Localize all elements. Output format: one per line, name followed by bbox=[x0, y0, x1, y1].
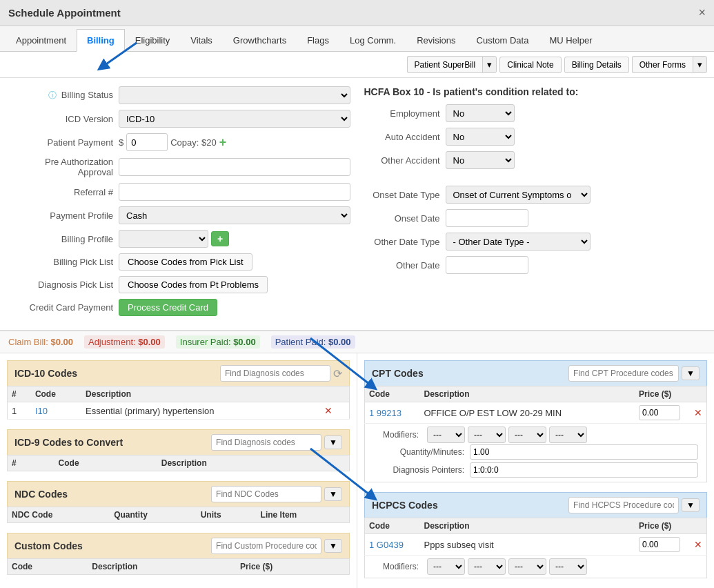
hcpcs-search: ▼ bbox=[568, 497, 700, 513]
diagnosis-pick-list-row: Diagnosis Pick List Choose Codes from Pt… bbox=[8, 276, 350, 293]
employment-select[interactable]: No bbox=[446, 104, 515, 122]
cpt-modifiers-row: Modifiers: --- --- --- --- bbox=[369, 427, 702, 443]
icd10-col-num: # bbox=[8, 386, 31, 402]
clinical-note-button[interactable]: Clinical Note bbox=[499, 57, 561, 73]
process-credit-card-button[interactable]: Process Credit Card bbox=[119, 299, 217, 316]
billing-profile-add-button[interactable]: + bbox=[211, 231, 229, 246]
cpt-modifier-4[interactable]: --- bbox=[549, 427, 587, 443]
referral-row: Referral # bbox=[8, 183, 350, 201]
icd10-delete[interactable]: ✕ bbox=[320, 402, 350, 420]
hcpcs-col-del bbox=[690, 518, 707, 534]
help-icon[interactable]: ⓘ bbox=[48, 90, 57, 100]
tab-revisions[interactable]: Revisions bbox=[406, 29, 466, 51]
other-accident-select[interactable]: No bbox=[446, 151, 515, 169]
custom-search-arrow[interactable]: ▼ bbox=[324, 539, 342, 553]
diagnosis-pick-list-button[interactable]: Choose Codes from Pt Problems bbox=[119, 276, 268, 293]
cpt-search-input[interactable] bbox=[568, 365, 679, 382]
adjustment: Adjustment: $0.00 bbox=[84, 335, 165, 349]
hcpcs-num-code[interactable]: 1 G0439 bbox=[365, 534, 420, 556]
tab-logcomm[interactable]: Log Comm. bbox=[339, 29, 406, 51]
cpt-row: 1 99213 OFFICE O/P EST LOW 20-29 MIN ✕ bbox=[365, 402, 707, 424]
cpt-num-code[interactable]: 1 99213 bbox=[365, 402, 420, 424]
right-codes: CPT Codes ▼ Code Description Price ($) bbox=[357, 353, 714, 588]
copay-label: Copay: $20 bbox=[170, 137, 217, 148]
tab-vitals[interactable]: Vitals bbox=[180, 29, 223, 51]
tab-flags[interactable]: Flags bbox=[297, 29, 339, 51]
tab-billing[interactable]: Billing bbox=[77, 29, 125, 52]
patient-payment-row: Patient Payment $ Copay: $20 + bbox=[8, 133, 350, 151]
hcpcs-col-code: Code bbox=[365, 518, 420, 534]
hcpcs-section: HCPCS Codes ▼ Code Description Price ($) bbox=[364, 492, 707, 578]
close-button[interactable]: × bbox=[698, 6, 706, 20]
custom-col-code: Code bbox=[8, 559, 88, 575]
cpt-delete[interactable]: ✕ bbox=[690, 402, 707, 424]
cpt-search-arrow[interactable]: ▼ bbox=[682, 366, 700, 380]
icd10-search-input[interactable] bbox=[220, 365, 330, 382]
cpt-table: Code Description Price ($) 1 99213 OFFIC… bbox=[364, 386, 707, 424]
patient-superbill-button[interactable]: Patient SuperBill bbox=[407, 56, 483, 73]
hcpcs-modifier-2[interactable]: --- bbox=[468, 558, 506, 575]
copay-add-button[interactable]: + bbox=[219, 135, 227, 150]
other-date-input[interactable] bbox=[446, 256, 528, 274]
billing-status-select[interactable] bbox=[119, 86, 350, 104]
hcpcs-col-price: Price ($) bbox=[635, 518, 690, 534]
hcpcs-search-arrow[interactable]: ▼ bbox=[682, 498, 700, 512]
billing-profile-select[interactable] bbox=[119, 230, 208, 248]
icd-version-row: ICD Version ICD-10 bbox=[8, 110, 350, 128]
billing-pick-list-button[interactable]: Choose Codes from Pick List bbox=[119, 253, 252, 271]
hcpcs-modifier-3[interactable]: --- bbox=[508, 558, 546, 575]
icd9-search-input[interactable] bbox=[211, 434, 321, 451]
ndc-search-input[interactable] bbox=[211, 486, 321, 502]
other-forms-button[interactable]: Other Forms bbox=[632, 56, 693, 73]
payment-profile-row: Payment Profile Cash bbox=[8, 206, 350, 224]
employment-row: Employment No bbox=[364, 104, 706, 122]
icd10-table: # Code Description 1 I10 Essential (prim… bbox=[7, 386, 350, 420]
cpt-col-desc: Description bbox=[420, 386, 635, 402]
cpt-qty-row: Quantity/Minutes: bbox=[369, 443, 702, 461]
onset-date-type-row: Onset Date Type Onset of Current Symptom… bbox=[364, 186, 706, 204]
pre-auth-row: Pre Authorization Approval bbox=[8, 157, 350, 177]
cpt-modifier-2[interactable]: --- bbox=[468, 427, 506, 443]
other-date-type-select[interactable]: - Other Date Type - bbox=[446, 233, 591, 251]
tab-customdata[interactable]: Custom Data bbox=[466, 29, 539, 51]
cpt-search: ▼ bbox=[568, 365, 700, 382]
icd9-search-arrow[interactable]: ▼ bbox=[324, 435, 342, 449]
hcpcs-search-input[interactable] bbox=[568, 497, 679, 513]
patient-payment-input[interactable] bbox=[126, 133, 168, 151]
modal-title: Schedule Appointment bbox=[8, 7, 121, 19]
cpt-col-code: Code bbox=[365, 386, 420, 402]
onset-date-input[interactable] bbox=[446, 209, 528, 227]
icd10-code[interactable]: I10 bbox=[31, 402, 81, 420]
auto-accident-row: Auto Accident No bbox=[364, 128, 706, 146]
payment-profile-select[interactable]: Cash bbox=[119, 206, 350, 224]
cpt-qty-input[interactable] bbox=[470, 444, 698, 460]
hcpcs-modifier-1[interactable]: --- bbox=[427, 558, 465, 575]
auto-accident-select[interactable]: No bbox=[446, 128, 515, 146]
patient-superbill-arrow[interactable]: ▾ bbox=[482, 56, 497, 73]
custom-search-input[interactable] bbox=[211, 538, 321, 554]
hcpcs-delete[interactable]: ✕ bbox=[690, 534, 707, 556]
onset-date-type-select[interactable]: Onset of Current Symptoms o bbox=[446, 186, 591, 204]
other-forms-arrow[interactable]: ▾ bbox=[693, 56, 707, 73]
pre-auth-input[interactable] bbox=[119, 158, 350, 176]
referral-input[interactable] bbox=[119, 183, 350, 201]
custom-header: Custom Codes ▼ bbox=[7, 533, 350, 558]
hcpcs-price[interactable] bbox=[635, 534, 690, 556]
cpt-modifier-3[interactable]: --- bbox=[508, 427, 546, 443]
icd10-col-desc: Description bbox=[81, 386, 320, 402]
billing-details-button[interactable]: Billing Details bbox=[564, 57, 629, 73]
icd-version-label: ICD Version bbox=[8, 114, 119, 124]
tab-muhelper[interactable]: MU Helper bbox=[539, 29, 602, 51]
tab-growthcharts[interactable]: Growthcharts bbox=[223, 29, 297, 51]
ndc-search-arrow[interactable]: ▼ bbox=[324, 487, 342, 501]
cpt-price[interactable] bbox=[635, 402, 690, 424]
tab-appointment[interactable]: Appointment bbox=[6, 29, 77, 51]
icd9-section: ICD-9 Codes to Convert ▼ # Code Descript… bbox=[7, 429, 350, 471]
tab-eligibility[interactable]: Eligibility bbox=[125, 29, 181, 51]
icd-version-select[interactable]: ICD-10 bbox=[119, 110, 350, 128]
icd10-header: ICD-10 Codes ⟳ bbox=[7, 360, 350, 386]
onset-date-type-label: Onset Date Type bbox=[364, 190, 440, 200]
hcpcs-modifier-4[interactable]: --- bbox=[549, 558, 587, 575]
cpt-modifier-1[interactable]: --- bbox=[427, 427, 465, 443]
cpt-diag-input[interactable] bbox=[470, 462, 698, 478]
